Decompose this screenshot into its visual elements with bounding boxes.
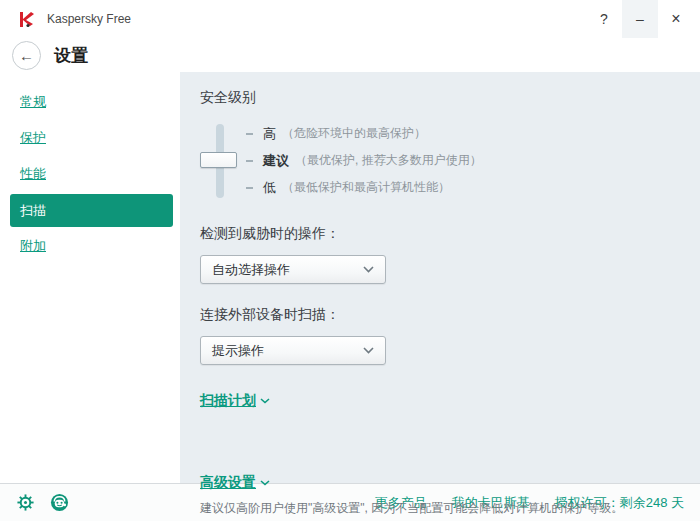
slider-handle[interactable]	[200, 152, 237, 168]
security-level-recommended[interactable]: 建议 （最优保护, 推荐大多数用户使用）	[246, 147, 676, 174]
chevron-down-icon	[260, 398, 270, 404]
kaspersky-settings-window: Kaspersky Free ? – × ← 设置 常规 保护 性能 扫描	[0, 0, 700, 521]
tick-mark	[246, 160, 253, 162]
scan-schedule-row: 扫描计划	[200, 392, 676, 410]
external-device-dropdown[interactable]: 提示操作	[200, 336, 386, 365]
scan-schedule-link[interactable]: 扫描计划	[200, 392, 256, 410]
sidebar-item-label[interactable]: 保护	[20, 129, 46, 147]
sidebar-item-scan[interactable]: 扫描	[10, 194, 173, 227]
external-device-label: 连接外部设备时扫描：	[200, 306, 676, 324]
scan-settings-panel: 安全级别 高 （危险环境中的最高保护） 建议 （最优保护, 推荐大多数用户使用）…	[180, 72, 700, 483]
close-button[interactable]: ×	[658, 0, 694, 38]
security-level-title: 安全级别	[200, 89, 676, 107]
level-description: （最低保护和最高计算机性能）	[282, 179, 450, 196]
security-level-high[interactable]: 高 （危险环境中的最高保护）	[246, 120, 676, 147]
sidebar-item-protection[interactable]: 保护	[0, 120, 180, 156]
sidebar-item-additional[interactable]: 附加	[0, 228, 180, 264]
chevron-down-icon	[363, 347, 374, 354]
back-arrow-icon: ←	[19, 48, 34, 63]
security-level-slider: 高 （危险环境中的最高保护） 建议 （最优保护, 推荐大多数用户使用） 低 （最…	[200, 120, 676, 203]
advanced-settings-link[interactable]: 高级设置	[200, 474, 256, 492]
settings-header: ← 设置	[0, 38, 700, 72]
minimize-button[interactable]: –	[622, 0, 658, 38]
app-title: Kaspersky Free	[47, 12, 131, 26]
sidebar: 常规 保护 性能 扫描 附加	[0, 72, 180, 483]
level-name: 低	[263, 179, 276, 197]
settings-gear-icon[interactable]	[16, 493, 35, 512]
dropdown-value: 提示操作	[212, 342, 264, 360]
main-area: 常规 保护 性能 扫描 附加 安全级别 高	[0, 72, 700, 483]
threat-action-label: 检测到威胁时的操作：	[200, 225, 676, 243]
sidebar-item-general[interactable]: 常规	[0, 84, 180, 120]
tick-mark	[246, 133, 253, 135]
tick-mark	[246, 187, 253, 189]
back-button[interactable]: ←	[12, 41, 41, 70]
help-button[interactable]: ?	[586, 0, 622, 38]
page-title: 设置	[54, 44, 88, 67]
level-name: 高	[263, 125, 276, 143]
advanced-settings-note: 建议仅高阶用户使用"高级设置", 因为不当配置可能会降低对计算机的保护等级。	[200, 500, 676, 517]
sidebar-item-performance[interactable]: 性能	[0, 156, 180, 192]
chevron-down-icon	[363, 266, 374, 273]
support-agent-icon[interactable]	[50, 493, 69, 512]
threat-action-dropdown[interactable]: 自动选择操作	[200, 255, 386, 284]
chevron-down-icon	[260, 480, 270, 486]
kaspersky-logo-icon	[18, 11, 35, 28]
security-level-low[interactable]: 低 （最低保护和最高计算机性能）	[246, 174, 676, 201]
sidebar-item-label[interactable]: 性能	[20, 165, 46, 183]
level-name: 建议	[263, 152, 289, 170]
sidebar-item-label[interactable]: 附加	[20, 237, 46, 255]
titlebar: Kaspersky Free ? – ×	[0, 0, 700, 38]
sidebar-item-label[interactable]: 扫描	[20, 202, 46, 220]
level-description: （危险环境中的最高保护）	[282, 125, 426, 142]
level-description: （最优保护, 推荐大多数用户使用）	[295, 152, 482, 169]
dropdown-value: 自动选择操作	[212, 261, 290, 279]
advanced-settings-row: 高级设置	[200, 474, 676, 492]
sidebar-item-label[interactable]: 常规	[20, 93, 46, 111]
